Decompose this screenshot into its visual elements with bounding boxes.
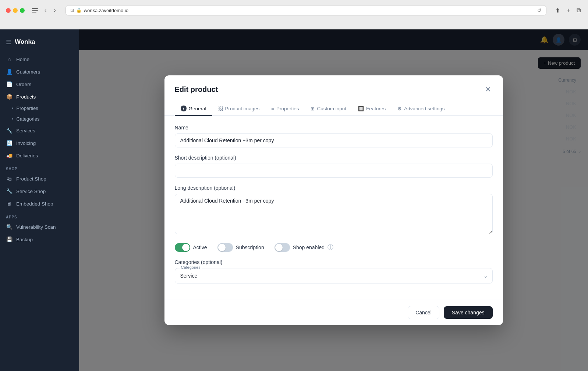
deliveries-icon: 🚚 <box>6 153 13 158</box>
edit-product-modal: Edit product ✕ i General 🖼 Product image… <box>164 75 503 325</box>
long-desc-field-group: Long description (optional) Additional C… <box>175 185 493 236</box>
shop-section-label: SHOP <box>0 162 79 172</box>
minimize-window-button[interactable] <box>13 8 18 13</box>
short-desc-label: Short description (optional) <box>175 155 493 161</box>
modal-overlay: Edit product ✕ i General 🖼 Product image… <box>79 29 588 371</box>
sidebar-header: ☰ Wonka <box>0 35 79 53</box>
sidebar-sub-label: Categories <box>17 116 40 122</box>
tab-advanced-settings[interactable]: ⚙ Advanced settings <box>392 102 450 116</box>
active-toggle-label: Active <box>193 245 207 250</box>
tab-product-images[interactable]: 🖼 Product images <box>212 102 266 116</box>
sidebar-item-product-shop[interactable]: 🛍 Product Shop <box>0 172 79 185</box>
modal-header: Edit product ✕ <box>164 75 503 94</box>
categories-section-label: Categories (optional) <box>175 259 493 265</box>
sidebar-sub-item-categories[interactable]: Categories <box>0 114 79 124</box>
apps-section-label: APPS <box>0 210 79 221</box>
main-content: 🔔 👤 ⊞ + New product Price Currency 00,00… <box>79 29 588 371</box>
page-icon: ⊡ <box>70 8 74 13</box>
sidebar-item-products[interactable]: 📦 Products <box>0 90 79 103</box>
tab-label: Custom input <box>317 106 346 111</box>
browser-chrome: ‹ › ⊡ 🔒 wonka.zaveitdemo.io ↺ ⬆ + ⧉ <box>0 0 588 29</box>
url-text: wonka.zaveitdemo.io <box>84 8 128 13</box>
app-logo: Wonka <box>15 38 35 46</box>
tab-properties[interactable]: ≡ Properties <box>265 102 305 116</box>
name-input[interactable] <box>175 133 493 147</box>
reload-icon[interactable]: ↺ <box>537 7 542 13</box>
modal-body: Name Short description (optional) Long d… <box>164 116 503 300</box>
modal-tabs: i General 🖼 Product images ≡ Properties … <box>164 96 503 116</box>
new-tab-button[interactable]: + <box>565 6 571 14</box>
categories-float-label: Categories <box>180 265 202 270</box>
modal-close-button[interactable]: ✕ <box>483 84 493 94</box>
tab-label: Product images <box>225 106 260 111</box>
sidebar-item-services[interactable]: 🔧 Services <box>0 124 79 137</box>
save-changes-button[interactable]: Save changes <box>444 306 493 319</box>
features-tab-icon: 🔲 <box>358 106 364 111</box>
sidebar-item-label: Vulnerability Scan <box>16 224 56 230</box>
shop-enabled-toggle-knob <box>275 244 283 251</box>
sidebar-item-embedded-shop[interactable]: 🖥 Embedded Shop <box>0 197 79 210</box>
shop-enabled-info-icon[interactable]: ⓘ <box>327 244 333 252</box>
tab-features[interactable]: 🔲 Features <box>352 102 392 116</box>
modal-footer: Cancel Save changes <box>164 300 503 325</box>
sidebar-toggle-icon[interactable] <box>31 7 39 14</box>
general-tab-icon: i <box>181 106 187 111</box>
subscription-toggle-item: Subscription <box>217 243 264 252</box>
sidebar-item-label: Services <box>16 128 35 133</box>
sidebar-item-label: Home <box>16 57 29 62</box>
sidebar-item-label: Products <box>16 94 36 100</box>
app-background: ☰ Wonka ⌂ Home 👤 Customers 📄 Orders 📦 Pr… <box>0 29 588 371</box>
invoicing-icon: 🧾 <box>6 140 13 146</box>
orders-icon: 📄 <box>6 81 13 87</box>
categories-group: Categories (optional) Categories Service… <box>175 259 493 283</box>
toggles-row: Active Subscription Shop e <box>175 243 493 252</box>
browser-actions: ⬆ + ⧉ <box>554 6 582 15</box>
sidebar-sub-label: Properties <box>17 106 38 111</box>
sidebar-sub-item-properties[interactable]: Properties <box>0 103 79 114</box>
subscription-toggle[interactable] <box>217 243 233 252</box>
sidebar-item-customers[interactable]: 👤 Customers <box>0 65 79 78</box>
backup-icon: 💾 <box>6 236 13 242</box>
sidebar-item-service-shop[interactable]: 🔧 Service Shop <box>0 185 79 197</box>
cancel-button[interactable]: Cancel <box>408 306 439 319</box>
sidebar-item-label: Backup <box>16 237 33 242</box>
share-button[interactable]: ⬆ <box>554 6 562 15</box>
active-toggle[interactable] <box>175 243 190 252</box>
extensions-button[interactable]: ⧉ <box>575 6 582 14</box>
properties-tab-icon: ≡ <box>271 106 274 111</box>
address-bar[interactable]: ⊡ 🔒 wonka.zaveitdemo.io ↺ <box>65 5 546 15</box>
shop-enabled-toggle[interactable] <box>274 243 290 252</box>
sidebar-item-orders[interactable]: 📄 Orders <box>0 78 79 90</box>
sidebar-item-deliveries[interactable]: 🚚 Deliveries <box>0 149 79 162</box>
custom-input-tab-icon: ⊞ <box>311 106 315 111</box>
sidebar-item-label: Orders <box>16 82 31 87</box>
long-desc-textarea[interactable]: Additional Cloud Retention +3m per copy <box>175 194 493 234</box>
tab-label: Properties <box>276 106 299 111</box>
menu-icon[interactable]: ☰ <box>6 39 11 46</box>
sidebar-item-label: Embedded Shop <box>16 201 53 207</box>
sidebar-item-backup[interactable]: 💾 Backup <box>0 233 79 246</box>
sidebar-item-vulnerability-scan[interactable]: 🔍 Vulnerability Scan <box>0 221 79 233</box>
short-desc-input[interactable] <box>175 164 493 178</box>
name-field-group: Name <box>175 125 493 147</box>
sidebar-item-home[interactable]: ⌂ Home <box>0 53 79 65</box>
customers-icon: 👤 <box>6 69 13 75</box>
close-window-button[interactable] <box>6 8 11 13</box>
sidebar-item-invoicing[interactable]: 🧾 Invoicing <box>0 137 79 149</box>
tab-custom-input[interactable]: ⊞ Custom input <box>305 102 352 116</box>
service-shop-icon: 🔧 <box>6 188 13 194</box>
short-desc-field-group: Short description (optional) <box>175 155 493 178</box>
services-icon: 🔧 <box>6 128 13 133</box>
sidebar-item-label: Product Shop <box>16 176 46 182</box>
tab-general[interactable]: i General <box>175 102 212 116</box>
vulnerability-scan-icon: 🔍 <box>6 224 13 230</box>
traffic-lights <box>6 8 25 13</box>
nav-back-button[interactable]: ‹ <box>42 6 49 14</box>
categories-value[interactable]: Service <box>175 268 492 283</box>
active-toggle-knob <box>182 244 189 251</box>
embedded-shop-icon: 🖥 <box>6 201 13 207</box>
maximize-window-button[interactable] <box>20 8 25 13</box>
product-shop-icon: 🛍 <box>6 176 13 182</box>
nav-forward-button[interactable]: › <box>52 6 58 14</box>
sidebar: ☰ Wonka ⌂ Home 👤 Customers 📄 Orders 📦 Pr… <box>0 29 79 371</box>
